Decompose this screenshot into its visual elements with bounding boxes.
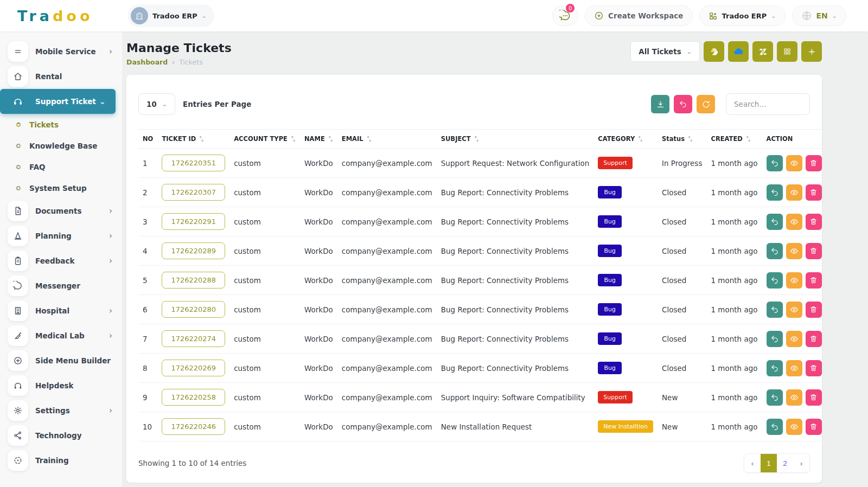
reply-button[interactable] xyxy=(767,214,783,230)
sort-icon[interactable] xyxy=(199,136,204,142)
delete-button[interactable] xyxy=(806,331,822,347)
sidebar-item-support-ticket[interactable]: Support Ticket ⌄ xyxy=(0,89,116,114)
export-button[interactable] xyxy=(651,95,669,113)
create-workspace-button[interactable]: Create Workspace xyxy=(585,5,692,26)
sidebar-item-training[interactable]: Training xyxy=(0,448,122,473)
column-header-status[interactable]: Status xyxy=(658,130,706,149)
ticket-id-pill[interactable]: 1726220280 xyxy=(162,301,225,318)
sort-icon[interactable] xyxy=(291,136,296,142)
plus-button[interactable] xyxy=(801,41,822,62)
reply-button[interactable] xyxy=(767,272,783,289)
sidebar-item-technology[interactable]: Technology xyxy=(0,423,122,448)
reply-button[interactable] xyxy=(767,331,783,347)
grid-outline-button[interactable] xyxy=(777,41,797,62)
ticket-id-pill[interactable]: 1726220291 xyxy=(162,213,225,230)
sort-icon[interactable] xyxy=(474,136,479,142)
sidebar-subitem-knowledge-base[interactable]: Knowledge Base xyxy=(0,135,122,156)
messages-button[interactable]: 0 xyxy=(552,5,578,26)
reply-button[interactable] xyxy=(767,302,783,318)
ticket-id-pill[interactable]: 1726220289 xyxy=(162,242,225,259)
sort-icon[interactable] xyxy=(638,136,643,142)
delete-button[interactable] xyxy=(806,302,822,318)
sort-icon[interactable] xyxy=(328,136,333,142)
ticket-id-pill[interactable]: 1726220269 xyxy=(162,360,225,376)
delete-button[interactable] xyxy=(806,360,822,376)
delete-button[interactable] xyxy=(806,184,822,201)
view-button[interactable] xyxy=(786,360,802,376)
brand-logo[interactable]: Tradoo xyxy=(0,8,122,24)
sidebar-item-medical-lab[interactable]: Medical Lab › xyxy=(0,323,122,348)
view-button[interactable] xyxy=(786,302,802,318)
sidebar-item-mobile-service[interactable]: Mobile Service › xyxy=(0,39,122,64)
column-header-created[interactable]: CREATED xyxy=(706,130,762,149)
delete-button[interactable] xyxy=(806,419,822,435)
sidebar-item-settings[interactable]: Settings › xyxy=(0,398,122,423)
ticket-id-pill[interactable]: 1726220258 xyxy=(162,389,225,406)
ticket-filter-dropdown[interactable]: All Tickets ⌄ xyxy=(630,41,700,62)
workspace-switcher-button[interactable]: Tradoo ERP ⌄ xyxy=(699,5,786,26)
column-header-subject[interactable]: SUBJECT xyxy=(437,130,594,149)
workspace-pill[interactable]: Tradoo ERP ⌄ xyxy=(127,4,214,27)
zendesk-button[interactable] xyxy=(752,41,773,62)
sidebar-item-hospital[interactable]: Hospital › xyxy=(0,298,122,323)
reply-button[interactable] xyxy=(767,360,783,376)
view-button[interactable] xyxy=(786,272,802,289)
sidebar-item-messenger[interactable]: Messenger xyxy=(0,273,122,298)
drive-button[interactable] xyxy=(704,41,724,62)
delete-button[interactable] xyxy=(806,155,822,171)
ticket-id-pill[interactable]: 1726220288 xyxy=(162,272,225,289)
cloud-button[interactable] xyxy=(728,41,749,62)
view-button[interactable] xyxy=(786,419,802,435)
delete-button[interactable] xyxy=(806,389,822,406)
view-button[interactable] xyxy=(786,184,802,201)
sidebar-item-feedback[interactable]: Feedback › xyxy=(0,248,122,273)
reply-button[interactable] xyxy=(767,184,783,201)
sort-icon[interactable] xyxy=(688,136,693,142)
column-header-name[interactable]: NAME xyxy=(300,130,337,149)
sidebar-item-planning[interactable]: Planning › xyxy=(0,223,122,248)
pagination-page-2[interactable]: 2 xyxy=(777,454,793,472)
sidebar-item-helpdesk[interactable]: Helpdesk xyxy=(0,373,122,398)
delete-button[interactable] xyxy=(806,243,822,259)
chevron-down-icon: ⌄ xyxy=(832,12,837,20)
column-header-no: NO xyxy=(138,130,157,149)
column-header-email[interactable]: EMAIL xyxy=(337,130,437,149)
reply-button[interactable] xyxy=(767,419,783,435)
sidebar-subitem-system-setup[interactable]: System Setup xyxy=(0,177,122,198)
sort-icon[interactable] xyxy=(367,136,372,142)
reset-button[interactable] xyxy=(674,95,692,113)
language-selector[interactable]: EN ⌄ xyxy=(792,5,847,26)
view-button[interactable] xyxy=(786,214,802,230)
pagination-page-1[interactable]: 1 xyxy=(761,454,777,472)
sidebar-item-side-menu-builder[interactable]: Side Menu Builder xyxy=(0,348,122,373)
reply-button[interactable] xyxy=(767,243,783,259)
ticket-id-pill[interactable]: 1726220351 xyxy=(162,155,225,171)
sidebar-subitem-faq[interactable]: FAQ xyxy=(0,156,122,177)
search-input[interactable] xyxy=(726,93,810,115)
sidebar-subitem-tickets[interactable]: Tickets xyxy=(0,114,122,135)
view-button[interactable] xyxy=(786,155,802,171)
sidebar-item-rental[interactable]: Rental xyxy=(0,64,122,89)
delete-button[interactable] xyxy=(806,214,822,230)
view-button[interactable] xyxy=(786,243,802,259)
column-header-category[interactable]: CATEGORY xyxy=(593,130,658,149)
chevron-down-icon: ⌄ xyxy=(771,12,776,20)
column-header-account-type[interactable]: ACCOUNT TYPE xyxy=(229,130,300,149)
entries-per-page-select[interactable]: 10 ⌄ xyxy=(138,93,175,115)
pagination-next-button[interactable]: › xyxy=(793,454,809,472)
ticket-id-pill[interactable]: 1726220246 xyxy=(162,418,225,435)
sidebar-item-documents[interactable]: Documents › xyxy=(0,198,122,223)
breadcrumb-dashboard-link[interactable]: Dashboard xyxy=(126,58,168,66)
ticket-id-pill[interactable]: 1726220274 xyxy=(162,330,225,347)
drive-icon xyxy=(709,47,719,57)
delete-button[interactable] xyxy=(806,272,822,289)
view-button[interactable] xyxy=(786,331,802,347)
refresh-button[interactable] xyxy=(697,95,715,113)
reply-button[interactable] xyxy=(767,155,783,171)
sort-icon[interactable] xyxy=(746,136,751,142)
ticket-id-pill[interactable]: 1726220307 xyxy=(162,184,225,201)
pagination-prev-button[interactable]: ‹ xyxy=(744,454,761,472)
view-button[interactable] xyxy=(786,389,802,406)
reply-button[interactable] xyxy=(767,389,783,406)
column-header-ticket-id[interactable]: TICKET ID xyxy=(157,130,229,149)
